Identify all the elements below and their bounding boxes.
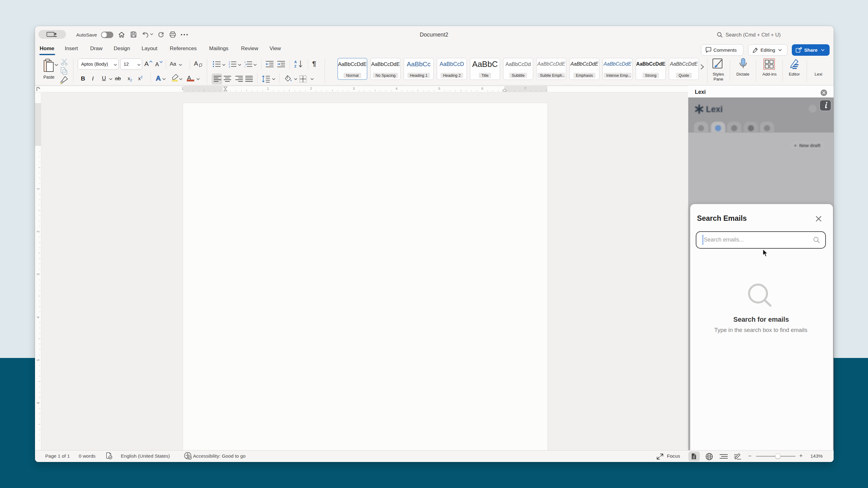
svg-text:A: A <box>294 60 297 64</box>
svg-text:3: 3 <box>228 65 230 68</box>
svg-text:Z: Z <box>294 64 297 68</box>
svg-text:i: i <box>244 65 245 68</box>
svg-text:a: a <box>245 63 247 66</box>
